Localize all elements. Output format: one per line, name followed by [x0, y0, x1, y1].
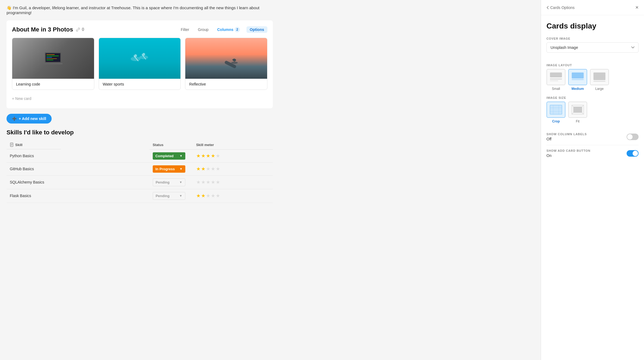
- size-box-fit: [568, 102, 587, 118]
- card-image-kayak: [99, 38, 181, 79]
- columns-button[interactable]: Columns 2: [215, 26, 242, 33]
- cover-image-select[interactable]: Unsplash Image Custom Image None: [546, 42, 639, 53]
- show-add-card-row: SHOW ADD CARD BUTTON On: [546, 145, 639, 162]
- skill-status-1[interactable]: In Progress ▼: [149, 162, 193, 175]
- panel-back-button[interactable]: Cards Options: [546, 5, 574, 10]
- status-badge-1[interactable]: In Progress ▼: [153, 165, 185, 173]
- add-skill-label: + Add new skill: [19, 116, 46, 121]
- board-section: About Me in 3 Photos 0 Filter Group Colu…: [7, 20, 273, 108]
- new-card-button[interactable]: + New card: [12, 94, 31, 103]
- skill-meter-1: ★★★★★: [193, 162, 273, 175]
- cards-grid: Learning code Water sports: [12, 38, 267, 90]
- panel-close-button[interactable]: ×: [635, 4, 639, 11]
- star-filled: ★: [206, 153, 210, 159]
- svg-rect-7: [46, 60, 53, 60]
- table-row: Flask BasicsPending ▼★★★★★: [7, 189, 273, 203]
- star-empty: ★: [206, 166, 210, 172]
- size-fit[interactable]: Fit: [568, 102, 587, 123]
- laptop-svg: [42, 51, 64, 66]
- skill-meter-0: ★★★★★: [193, 149, 273, 162]
- board-link[interactable]: 0: [76, 27, 84, 32]
- show-add-card-value: On: [546, 153, 552, 158]
- card-learning-code[interactable]: Learning code: [12, 38, 94, 90]
- star-empty: ★: [196, 179, 201, 185]
- layout-small-label: Small: [552, 87, 560, 91]
- stars-1: ★★★★★: [196, 166, 270, 172]
- skill-status-2[interactable]: Pending ▼: [149, 175, 193, 189]
- svg-rect-2: [43, 63, 62, 64]
- panel-back-label: Cards Options: [550, 5, 574, 10]
- layout-medium[interactable]: Medium: [568, 69, 587, 91]
- svg-point-8: [131, 57, 140, 61]
- options-button[interactable]: Options: [246, 26, 267, 33]
- right-panel: Cards Options × Cards display COVER IMAG…: [541, 0, 644, 360]
- table-header-row: Skill Status Skill meter: [7, 140, 273, 149]
- svg-rect-24: [572, 79, 584, 80]
- group-button[interactable]: Group: [196, 26, 211, 33]
- layout-large-label: Large: [595, 87, 604, 91]
- layout-small[interactable]: Small: [546, 69, 565, 91]
- skill-status-0[interactable]: Completed ▼: [149, 149, 193, 162]
- main-content: 👋 I'm Guil, a developer, lifelong learne…: [0, 0, 541, 360]
- card-image-laptop: [12, 38, 94, 79]
- link-icon: [76, 27, 80, 32]
- image-size-section: IMAGE SIZE Crop: [546, 96, 639, 123]
- show-column-labels-value: Off: [546, 137, 551, 141]
- card-label-2: Reflective: [185, 79, 267, 90]
- show-column-labels-section: SHOW COLUMN LABELS Off: [546, 132, 587, 141]
- status-arrow-2: ▼: [179, 181, 182, 184]
- table-row: Python BasicsCompleted ▼★★★★★: [7, 149, 273, 162]
- show-add-card-toggle[interactable]: [627, 150, 639, 157]
- svg-rect-25: [572, 81, 580, 82]
- star-filled: ★: [201, 166, 205, 172]
- cover-image-section: COVER IMAGE Unsplash Image Custom Image …: [546, 37, 639, 58]
- skill-status-3[interactable]: Pending ▼: [149, 189, 193, 203]
- skill-name-2: SQLAlchemy Basics: [7, 175, 149, 189]
- star-empty: ★: [216, 153, 220, 159]
- board-title-text: About Me in 3 Photos: [12, 26, 73, 33]
- board-actions: Filter Group Columns 2 Options: [179, 26, 267, 33]
- svg-rect-20: [550, 72, 562, 77]
- star-empty: ★: [211, 166, 215, 172]
- layout-options: Small Medium: [546, 69, 639, 91]
- card-image-beach: [185, 38, 267, 79]
- svg-point-15: [231, 62, 238, 64]
- star-filled: ★: [196, 166, 201, 172]
- table-row: GitHub BasicsIn Progress ▼★★★★★: [7, 162, 273, 175]
- size-fit-label: Fit: [576, 119, 579, 123]
- card-water-sports[interactable]: Water sports: [99, 38, 181, 90]
- size-crop[interactable]: Crop: [546, 102, 565, 123]
- svg-rect-35: [573, 107, 582, 113]
- layout-box-large: [590, 69, 609, 85]
- add-skill-button[interactable]: ➕ + Add new skill: [7, 114, 52, 124]
- layout-box-small: [546, 69, 565, 85]
- board-title: About Me in 3 Photos 0: [12, 26, 84, 33]
- star-filled: ★: [196, 153, 201, 159]
- show-column-labels-toggle[interactable]: [627, 134, 639, 140]
- status-arrow-1: ▼: [180, 167, 183, 170]
- size-options: Crop Fit: [546, 102, 639, 123]
- star-empty: ★: [216, 193, 220, 199]
- star-empty: ★: [216, 166, 220, 172]
- filter-button[interactable]: Filter: [179, 26, 191, 33]
- layout-medium-label: Medium: [571, 87, 584, 91]
- layout-large[interactable]: Large: [590, 69, 609, 91]
- panel-content: Cards display COVER IMAGE Unsplash Image…: [541, 15, 644, 168]
- status-badge-2[interactable]: Pending ▼: [153, 178, 185, 186]
- show-column-labels-title: SHOW COLUMN LABELS: [546, 132, 587, 136]
- card-reflective[interactable]: Reflective: [185, 38, 267, 90]
- svg-rect-21: [550, 78, 562, 80]
- board-link-count: 0: [82, 27, 84, 32]
- card-label-0: Learning code: [12, 79, 94, 90]
- svg-rect-23: [572, 72, 584, 78]
- image-size-label: IMAGE SIZE: [546, 96, 639, 99]
- show-column-labels-row: SHOW COLUMN LABELS Off: [546, 129, 639, 145]
- skills-table: Skill Status Skill meter Python BasicsCo…: [7, 140, 273, 203]
- status-badge-0[interactable]: Completed ▼: [153, 152, 185, 160]
- cover-image-label: COVER IMAGE: [546, 37, 639, 40]
- svg-rect-5: [46, 57, 52, 58]
- skills-section: Skills I'd like to develop Skill: [7, 129, 273, 203]
- star-empty: ★: [201, 179, 205, 185]
- panel-header: Cards Options ×: [541, 0, 644, 15]
- status-badge-3[interactable]: Pending ▼: [153, 192, 185, 200]
